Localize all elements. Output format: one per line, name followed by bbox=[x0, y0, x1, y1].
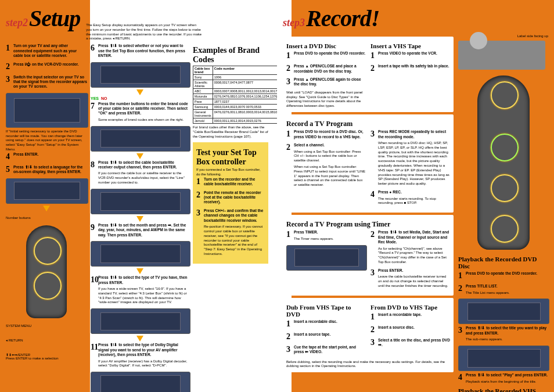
s2-n11sub: If your AV amplifier (receiver) has a Do… bbox=[98, 359, 189, 369]
step2-title: Setup bbox=[29, 5, 80, 32]
pd-n2: Press TITLE LIST. bbox=[466, 284, 498, 288]
rectv-n2: Select a channel. bbox=[294, 143, 325, 147]
rectv-n2b: When not using a Set Top Box controller:… bbox=[294, 165, 366, 188]
test-n1: Turn on the recorder and the cable box/s… bbox=[204, 177, 265, 187]
open-close-ring-icon bbox=[491, 81, 519, 109]
num-1: 1 bbox=[6, 44, 12, 53]
d2-n2: Insert a source disc. bbox=[378, 325, 415, 330]
rt-n2: Press ⬆/⬇ to set Media, Date, Start and … bbox=[378, 230, 449, 244]
d1-n1: Insert a recordable disc. bbox=[294, 319, 337, 324]
s2-n4: Press ENTER. bbox=[13, 152, 38, 157]
test-n3sub: Re-position if necessary. If you cannot … bbox=[204, 225, 265, 257]
s2-n5: Press ⬆/⬇ to select a language for the o… bbox=[13, 165, 87, 175]
system-menu-label: SYSTEM MENU bbox=[6, 324, 87, 328]
tv-screen-4 bbox=[91, 126, 190, 152]
brand-codes-table: Cable box brandCode number Sony1006 Scie… bbox=[193, 66, 287, 124]
step2-intro: The Easy Setup display automatically app… bbox=[86, 23, 202, 41]
playdvd-title: Playback the Recorded DVD Disc bbox=[458, 256, 548, 269]
tv-screen-submenu bbox=[458, 346, 549, 371]
dpad-ring-icon bbox=[34, 272, 62, 300]
dpad-ring-icon bbox=[491, 174, 519, 202]
test-n3: Press CH+/– and confirm that the channel… bbox=[204, 208, 263, 222]
arrow-icon bbox=[136, 268, 143, 274]
s2-n9: Press ⬆/⬇ to set the month and press ➡. … bbox=[98, 223, 189, 238]
record-tv-card: Record a TV Program 1Press DVD to record… bbox=[283, 114, 454, 213]
test-box: Test your Set Top Box controller If you … bbox=[193, 142, 268, 263]
enter-sublabel: Press ENTER to make a selection bbox=[6, 357, 87, 360]
insert-card: Insert a DVD Disc 1Press DVD to operate … bbox=[283, 37, 454, 112]
arrow-icon bbox=[136, 89, 143, 95]
d2-n1: Insert a recordable tape. bbox=[378, 312, 422, 317]
enter-label: ⬆⬇⬅➡/ENTER bbox=[6, 353, 87, 357]
arrow-icon bbox=[136, 153, 143, 159]
d1-n3: Cue the tape at the start point, and pre… bbox=[294, 345, 366, 355]
dub-sub: Before dubbing, select the recording mod… bbox=[286, 360, 450, 369]
remote-large bbox=[477, 75, 530, 250]
s2-n11: Press ⬆/⬇ to select the type of Dolby Di… bbox=[98, 343, 178, 357]
insert-dvd-title: Insert a DVD Disc bbox=[286, 42, 366, 49]
s2-n7: Press the number buttons to enter the br… bbox=[98, 102, 188, 116]
tv-screen-2 bbox=[6, 178, 88, 204]
table-row: Samsung0003,0144,0023,0070 0070,0533 bbox=[193, 104, 287, 109]
s2-n7sub: Some examples of brand codes are shown o… bbox=[98, 118, 189, 123]
standby-ring-icon bbox=[34, 237, 62, 265]
s2-n1: Turn on your TV and any other connected … bbox=[13, 44, 87, 58]
dub2-title: From DVD to VHS Tape bbox=[370, 304, 450, 311]
arrow-icon bbox=[136, 336, 143, 341]
test-intro: If you connected a Set Top Box controlle… bbox=[196, 168, 265, 177]
dvd-video-ring-icon bbox=[491, 134, 519, 161]
test-title: Test your Set Top Box controller bbox=[196, 148, 265, 166]
step3-label: step3 bbox=[283, 17, 305, 29]
s2-n3: Switch the input selector on your TV so … bbox=[13, 75, 87, 89]
rectimer-title: Record a TV Program using Timer bbox=[286, 221, 450, 228]
step3-title: Record! bbox=[306, 5, 379, 32]
table-row: ABC0003,0007,0008,0011,0012,0013,0014,00… bbox=[193, 88, 287, 93]
test-n2: Point the remote at the recorder (not at… bbox=[204, 190, 265, 205]
tv-screen-timer bbox=[286, 245, 367, 271]
pd-n3: Press ⬆/⬇ to select the title you want t… bbox=[466, 326, 546, 335]
yes-label: YES bbox=[91, 96, 99, 100]
rectv-n4sub: The recorder starts recording. To stop r… bbox=[378, 197, 450, 206]
idvd-n2: Press ▲ OPEN/CLOSE and place a recordabl… bbox=[294, 64, 366, 74]
table-row: Sony1006 bbox=[193, 74, 287, 80]
s2-n10sub: If you have a wide-screen TV, select "16… bbox=[98, 287, 189, 305]
tv-screen-8 bbox=[91, 372, 190, 392]
tv-screen-1 bbox=[6, 93, 88, 128]
rectv-n1: Press DVD to record to a DVD disc. Or, p… bbox=[294, 130, 366, 139]
playvhs-title: Playback the Recorded VHS Tape bbox=[458, 387, 548, 392]
dub-card: Dub From VHS Tape to DVD 1Insert a recor… bbox=[283, 298, 454, 373]
s2-n8: Press ⬆/⬇ to select the cable box/satell… bbox=[98, 160, 177, 169]
rectv-n2a: When using a Set Top Box controller: Pre… bbox=[294, 150, 366, 163]
number-buttons-label: Number buttons bbox=[6, 216, 87, 220]
rectv-title: Record a TV Program bbox=[286, 120, 450, 128]
rectv-n3: Press REC MODE repeatedly to select the … bbox=[378, 130, 446, 138]
table-row: Scientific Atlanta0008,0017,0474,0477,08… bbox=[193, 80, 287, 88]
rectv-n3sub: When recording to a DVD disc: HQ, HSP, S… bbox=[378, 141, 450, 186]
s2-n8sub: If you connect the cable box or satellit… bbox=[98, 171, 189, 185]
table-row: Motorola0276,0476,0810,1076,0014,1106,12… bbox=[193, 93, 287, 99]
idvd-n1: Press DVD to operate the DVD recorder. bbox=[294, 51, 365, 56]
tv-screen-6 bbox=[91, 241, 190, 267]
pd-n4: Press ⬆/⬇ to select "Play" and press ENT… bbox=[466, 373, 548, 377]
step2-label: step2 bbox=[6, 17, 28, 29]
arrow-icon bbox=[43, 206, 50, 211]
rt-n1: Press TIMER. bbox=[294, 230, 318, 234]
table-row: Pace1877,0237 bbox=[193, 99, 287, 104]
arrow-icon bbox=[136, 216, 143, 222]
dub1-title: Dub From VHS Tape to DVD bbox=[286, 304, 366, 318]
return-label: ◂ RETURN bbox=[6, 338, 87, 342]
tv-screen-5 bbox=[91, 189, 190, 214]
no-label: NO bbox=[101, 96, 107, 100]
record-timer-card: Record a TV Program using Timer 1Press T… bbox=[283, 215, 454, 296]
s2-n2: Press I/⏻ on the VCR-DVD recorder. bbox=[13, 62, 78, 67]
idvd-sub: Wait until "LOAD" disappears from the fr… bbox=[286, 91, 366, 109]
tv-screen-7 bbox=[91, 308, 190, 334]
s2-n3sub: If "Initial setting necessary to operate… bbox=[6, 130, 87, 152]
pd-n1: Press DVD to operate the DVD recorder. bbox=[466, 271, 537, 276]
d1-n2: Insert a source tape. bbox=[294, 332, 330, 337]
ivhs-n2: Insert a tape with its safety tab in pla… bbox=[378, 64, 449, 69]
s2-n6: Press ⬆/⬇ to select whether or not you w… bbox=[98, 44, 189, 58]
s2-n10: Press ⬆/⬇ to select the type of TV you h… bbox=[98, 275, 188, 284]
rt-n3: Press ENTER. bbox=[378, 268, 403, 272]
brand-sub: For brand codes other than the above, se… bbox=[193, 125, 268, 139]
